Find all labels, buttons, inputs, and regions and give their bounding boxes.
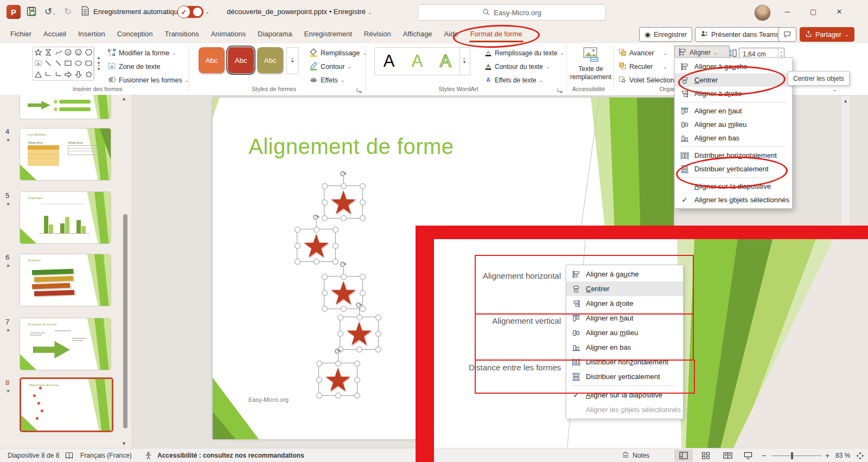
slide-title-text[interactable]: Alignement de forme — [248, 134, 454, 159]
shape-gallery-item-14[interactable] — [43, 69, 53, 80]
resize-handle[interactable] — [337, 315, 343, 320]
resize-handle[interactable] — [375, 347, 381, 352]
thumbnail-slide-5[interactable]: Graphique — [20, 191, 111, 244]
shape-gallery-item-17[interactable] — [74, 69, 84, 80]
resize-handle[interactable] — [354, 361, 360, 367]
resize-handle[interactable] — [335, 361, 341, 367]
zoom-slider-track[interactable] — [771, 455, 821, 456]
resize-handle[interactable] — [322, 290, 328, 296]
resize-handle[interactable] — [356, 315, 362, 320]
zoom-in-button[interactable]: + — [825, 448, 829, 462]
shape-gallery-item-7[interactable]: A — [33, 58, 43, 68]
panel-scrollbar[interactable] — [123, 214, 127, 428]
resize-handle[interactable] — [314, 259, 320, 265]
tab-conception[interactable]: Conception — [111, 24, 159, 43]
thumbnail-slide-3[interactable] — [20, 95, 111, 119]
resize-handle[interactable] — [316, 361, 322, 367]
shape-gallery-item-16[interactable] — [63, 69, 73, 80]
document-title[interactable]: découverte_de_powerpoint.pptx • Enregist… — [227, 8, 372, 16]
canvas-scrollbar[interactable]: ▲ — [841, 96, 850, 226]
slide-sorter-view-button[interactable] — [697, 450, 715, 461]
text-outline-button[interactable]: A Contour du texte⌄ — [484, 61, 550, 73]
resize-handle[interactable] — [322, 200, 328, 206]
slideshow-view-button[interactable] — [739, 450, 757, 461]
tab-transitions[interactable]: Transitions — [159, 24, 205, 43]
resize-handle[interactable] — [322, 215, 328, 221]
minimize-button[interactable]: ─ — [775, 0, 800, 23]
panel-scroll-down-icon[interactable]: ▼ — [122, 441, 126, 446]
wordart-more-button[interactable]: ▾ — [459, 47, 470, 75]
shape-gallery-item-13[interactable] — [33, 69, 43, 80]
language-selector[interactable]: Français (France) — [80, 448, 132, 462]
close-button[interactable]: ✕ — [827, 0, 852, 23]
resize-handle[interactable] — [360, 215, 366, 221]
resize-handle[interactable] — [295, 227, 301, 233]
tab-accueil[interactable]: Accueil — [37, 24, 72, 43]
star-shape-1-selected[interactable]: ⟳ — [324, 185, 363, 219]
resize-handle[interactable] — [316, 377, 322, 383]
maximize-button[interactable]: ▢ — [801, 0, 826, 23]
resize-handle[interactable] — [335, 393, 341, 399]
shape-style-swatch-orange[interactable]: Abc — [199, 47, 225, 73]
zoom-out-button[interactable]: − — [762, 448, 766, 462]
thumbnail-slide-8-selected[interactable]: Alignement de forme ★ ★ ★ ★ ★ — [20, 377, 113, 432]
rotation-handle-icon[interactable]: ⟳ — [340, 169, 347, 179]
resize-handle[interactable] — [295, 259, 301, 265]
resize-handle[interactable] — [341, 183, 347, 189]
shape-style-swatch-olive[interactable]: Abc — [257, 47, 283, 73]
print-preview-icon[interactable] — [80, 6, 90, 18]
record-button[interactable]: ◉ Enregistrer — [639, 27, 692, 42]
shape-style-swatch-red-selected[interactable]: Abc — [228, 47, 254, 73]
shape-gallery-item-9[interactable] — [53, 58, 63, 68]
shape-gallery-more-button[interactable]: ▴▾▾ — [93, 47, 104, 80]
shape-gallery-item-15[interactable] — [53, 69, 63, 80]
merge-shapes-button[interactable]: Fusionner les formes⌄ — [107, 74, 189, 86]
star-shape-4-selected[interactable]: ⟳ — [340, 317, 379, 350]
resize-handle[interactable] — [316, 393, 322, 399]
resize-handle[interactable] — [322, 274, 328, 280]
shape-gallery[interactable]: 12A — [33, 47, 94, 81]
save-icon[interactable] — [26, 6, 37, 20]
tab-diaporama[interactable]: Diaporama — [252, 24, 298, 43]
shape-gallery-item-4[interactable]: 12 — [63, 47, 73, 57]
resize-handle[interactable] — [356, 347, 362, 352]
wordart-gallery[interactable]: A A A — [374, 47, 460, 75]
shape-gallery-item-3[interactable] — [53, 47, 63, 57]
menu-item-align-top[interactable]: Aligner en haut — [675, 104, 792, 118]
wordart-black[interactable]: A — [384, 52, 395, 71]
shape-effects-button[interactable]: Effets⌄ — [309, 74, 344, 86]
shape-styles-dialog-launcher-icon[interactable] — [356, 86, 363, 93]
shape-fill-button[interactable]: Remplissage⌄ — [309, 47, 367, 59]
panel-scroll-up-icon[interactable]: ▲ — [122, 96, 126, 101]
collapse-ribbon-icon[interactable]: ⌄ — [832, 86, 837, 93]
tab-enregistrement[interactable]: Enregistrement — [298, 24, 358, 43]
normal-view-button[interactable] — [674, 450, 693, 461]
thumbnail-slide-7[interactable]: Poignées de formes — [20, 318, 111, 370]
bring-forward-button[interactable]: Avancer⌄ — [618, 47, 667, 59]
spellcheck-icon[interactable] — [65, 448, 73, 462]
accessibility-status[interactable]: Accessibilité : consultez nos recommanda… — [157, 448, 304, 462]
slide-footer-text[interactable]: Easy-Micro.org — [248, 396, 289, 403]
thumbnail-slide-6[interactable]: SmartArt — [20, 254, 111, 306]
resize-handle[interactable] — [360, 274, 366, 280]
resize-handle[interactable] — [295, 243, 301, 249]
autosave-options-chevron-icon[interactable]: ⌄ — [205, 9, 209, 15]
powerpoint-app-icon[interactable]: P — [7, 5, 21, 19]
slide-counter[interactable]: Diapositive 8 de 8 — [8, 448, 59, 462]
resize-handle[interactable] — [360, 200, 366, 206]
text-fill-button[interactable]: A Remplissage du texte⌄ — [484, 47, 564, 59]
resize-handle[interactable] — [354, 393, 360, 399]
resize-handle[interactable] — [333, 259, 339, 265]
comments-button[interactable] — [778, 27, 796, 42]
alt-text-button[interactable]: Texte de remplacement — [570, 47, 612, 81]
shape-styles-more-button[interactable]: ▾ — [286, 47, 298, 74]
resize-handle[interactable] — [322, 183, 328, 189]
menu-item-align-bottom[interactable]: Aligner en bas — [675, 131, 792, 145]
undo-chevron-icon[interactable]: ⌄ — [52, 11, 56, 16]
shape-gallery-item-6[interactable] — [84, 47, 93, 57]
edit-shape-button[interactable]: Modifier la forme⌄ — [107, 47, 176, 59]
present-in-teams-button[interactable]: Présenter dans Teams — [695, 27, 784, 42]
shape-gallery-item-2[interactable] — [43, 47, 53, 57]
rotation-handle-icon[interactable]: ⟳ — [313, 213, 320, 222]
search-input[interactable]: Easy-Micro.org — [418, 4, 606, 21]
